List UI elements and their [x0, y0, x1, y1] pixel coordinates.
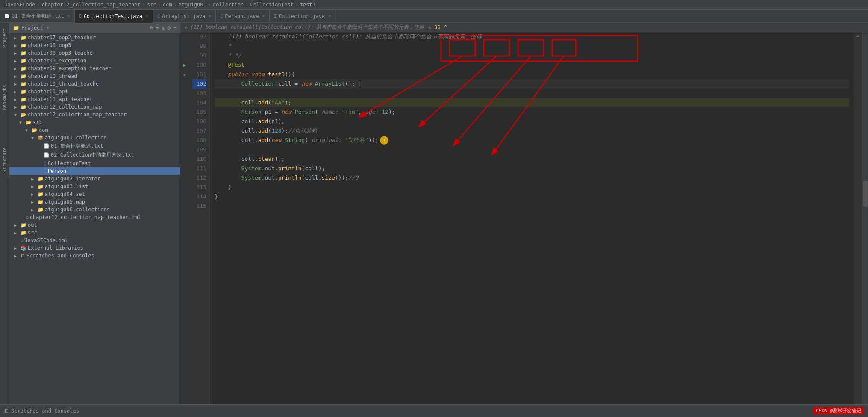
tab-bar: 📄 01-集合框架概述.txt × C CollectionTest.java … [0, 10, 868, 23]
sidebar-tab-structure[interactable]: Structure [1, 144, 8, 176]
breadcrumb-item[interactable]: chapter12_collection_map_teacher [41, 2, 140, 8]
tree-item-com[interactable]: ▼ 📂 com [9, 126, 180, 134]
tree-item-atguigu01[interactable]: ▼ 📦 atguigu01.collection [9, 134, 180, 142]
tree-item-atguigu02[interactable]: ▶ 📁 atguigu02.iterator [9, 175, 180, 183]
collapse-arrow: ▶ [14, 246, 19, 251]
code-line-104: coll. add ( "AA" ); [215, 98, 849, 107]
tab-arraylist-label: ArrayList.java [162, 13, 205, 19]
tree-item-txt1[interactable]: ▶ 📄 01-集合框架概述.txt [9, 142, 180, 151]
collapse-arrow: ▶ [14, 223, 19, 228]
scroll-thumb[interactable] [863, 181, 868, 207]
collapse-arrow: ▶ [14, 231, 19, 235]
tree-item-label: com [39, 127, 48, 133]
tree-item-atguigu04[interactable]: ▶ 📁 atguigu04.set [9, 190, 180, 198]
tree-item-label: chapter08_oop3 [28, 42, 71, 48]
dropdown-arrow[interactable]: ▼ [47, 25, 50, 30]
breadcrumb-item[interactable]: atguigu01 [179, 2, 206, 8]
code-line-112: System . out . println (coll. size ()); … [215, 173, 849, 183]
warning-icon: ⚠ [185, 24, 188, 30]
tree-item-txt2[interactable]: ▶ 📄 02-Collection中的常用方法.txt [9, 151, 180, 160]
sync-icon[interactable]: ↻ [183, 72, 186, 77]
tree-item-atguigu05[interactable]: ▶ 📁 atguigu05.map [9, 198, 180, 206]
code-editor[interactable]: (11) boolean retainAll(Collection coll):… [210, 32, 853, 404]
breadcrumb-item[interactable]: JavaSECode [4, 2, 35, 8]
tree-item-ext-libs[interactable]: ▶ 📚 External Libraries [9, 244, 180, 252]
project-title: Project [21, 25, 43, 31]
tree-item-label: src [28, 230, 37, 236]
csdn-badge: CSDN @测试开发笔记 [813, 407, 864, 414]
tab-close-icon[interactable]: × [262, 14, 265, 18]
tree-item-chapter10a[interactable]: ▶ 📁 chapter10_thread [9, 72, 180, 80]
folder-icon: 📁 [38, 184, 44, 189]
tree-item-out[interactable]: ▶ 📁 out [9, 221, 180, 229]
minimize-button[interactable]: − [173, 24, 177, 31]
tree-item-scratches[interactable]: ▶ 🗒 Scratches and Consoles [9, 252, 180, 260]
tree-item-atguigu06[interactable]: ▶ 📁 atguigu06.collections [9, 206, 180, 213]
tab-txt1-label: 01-集合框架概述.txt [12, 12, 64, 20]
tree-item-chapter09b[interactable]: ▶ 📁 chapter09_exception_teacher [9, 65, 180, 72]
tab-close-icon[interactable]: × [209, 14, 211, 18]
collapse-arrow: ▶ [14, 105, 19, 109]
tree-item-chapter08a[interactable]: ▶ 📁 chapter08_oop3 [9, 41, 180, 49]
editor-area: ⚠ (11) boolean retainAll(Collection coll… [180, 23, 868, 404]
tree-item-label: src [33, 119, 42, 125]
scrollbar[interactable] [862, 32, 868, 404]
tab-person[interactable]: C Person.java × [216, 10, 270, 23]
breadcrumb-item[interactable]: com [163, 2, 172, 8]
folder-icon: 📁 [38, 176, 44, 182]
tab-close-icon[interactable]: × [146, 14, 148, 18]
sidebar-tab-bookmarks[interactable]: Bookmarks [1, 81, 8, 114]
tree-item-chapter07[interactable]: ▶ 📁 chapter07_oop2_teacher [9, 34, 180, 41]
java-interface-icon: I [274, 14, 277, 18]
sort2-button[interactable]: ⇅ [162, 24, 165, 31]
add-button[interactable]: ⊕ [150, 24, 153, 31]
scratches-icon: 🗒 [4, 408, 9, 414]
collapse-arrow: ▶ [31, 192, 36, 197]
tab-txt1[interactable]: 📄 01-集合框架概述.txt × [0, 10, 75, 23]
left-side-tabs: Project Bookmarks Structure [0, 23, 9, 404]
tree-item-chapter11a[interactable]: ▶ 📁 chapter11_api [9, 88, 180, 95]
code-line-111: System . out . println (coll); [215, 164, 849, 173]
code-line-114: } [215, 192, 849, 201]
tree-item-chapter10b[interactable]: ▶ 📁 chapter10_thread_teacher [9, 80, 180, 88]
sidebar-tab-project[interactable]: Project [1, 25, 8, 51]
run-icon[interactable]: ▶ [183, 62, 186, 68]
breadcrumb-current: test3 [300, 2, 315, 8]
collapse-arrow: ▶ [14, 254, 19, 258]
tree-item-src2[interactable]: ▶ 📁 src [9, 229, 180, 237]
breadcrumb-item[interactable]: CollectionTest [250, 2, 294, 8]
txt-file-icon: 📄 [4, 14, 9, 18]
tree-item-src[interactable]: ▼ 📂 src [9, 118, 180, 126]
folder-icon: 📁 [38, 199, 44, 205]
tree-item-chapter08b[interactable]: ▶ 📁 chapter08_oop3_teacher [9, 49, 180, 57]
folder-icon: 📁 [21, 104, 26, 110]
tree-item-javasecode-iml[interactable]: ▶ ⚙ JavaSECode.iml [9, 237, 180, 244]
sort-button[interactable]: ≡ [156, 24, 159, 31]
error-indicator: ⚠ [856, 33, 859, 38]
hint-icon: + [380, 136, 388, 145]
breadcrumb-item[interactable]: collection [213, 2, 244, 8]
collapse-arrow: ▶ [31, 200, 36, 204]
tab-close-icon[interactable]: × [68, 14, 70, 18]
breadcrumb-item[interactable]: src [147, 2, 156, 8]
scratches-item[interactable]: 🗒 Scratches and Consoles [4, 408, 79, 414]
tree-item-chapter11b[interactable]: ▶ 📁 chapter11_api_teacher [9, 95, 180, 103]
collapse-arrow: ▶ [14, 97, 19, 102]
tab-collection[interactable]: C CollectionTest.java × [75, 10, 153, 23]
settings-button[interactable]: ⚙ [167, 24, 171, 31]
tree-item-label: chapter10_thread_teacher [28, 81, 102, 87]
tree-item-atguigu03[interactable]: ▶ 📁 atguigu03.list [9, 183, 180, 190]
tab-collection-iface[interactable]: I Collection.java × [270, 10, 335, 23]
code-line-108: coll. add ( new String ( original: "尚硅谷"… [215, 136, 849, 145]
tree-item-chapter12a[interactable]: ▶ 📁 chapter12_collection_map [9, 103, 180, 111]
tree-item-collectiontest[interactable]: ▶ C CollectionTest [9, 160, 180, 167]
tree-item-label: chapter10_thread [28, 73, 77, 79]
tree-item-label: JavaSECode.iml [25, 237, 68, 243]
tree-item-chapter12b[interactable]: ▼ 📂 chapter12_collection_map_teacher [9, 111, 180, 118]
caret-icon: ^ [444, 24, 447, 30]
tree-item-person[interactable]: ▶ C Person [9, 167, 180, 175]
tab-close-icon[interactable]: × [328, 14, 331, 18]
tab-arraylist[interactable]: C ArrayList.java × [153, 10, 216, 23]
tree-item-chapter09a[interactable]: ▶ 📁 chapter09_exception [9, 57, 180, 65]
tree-item-iml[interactable]: ▶ ⚙ chapter12_collection_map_teacher.iml [9, 213, 180, 221]
